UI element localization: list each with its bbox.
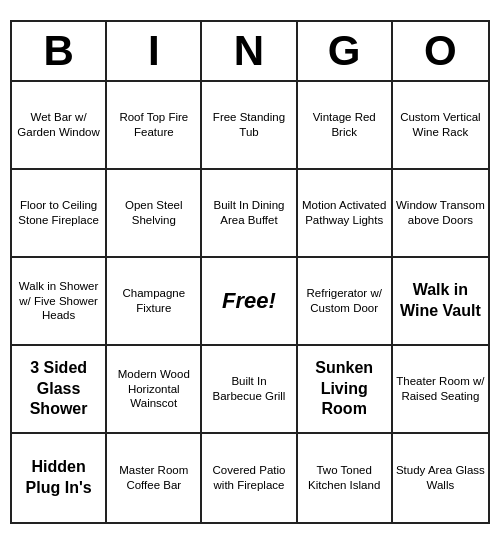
- bingo-cell-10: Walk in Shower w/ Five Shower Heads: [12, 258, 107, 346]
- free-space: Free!: [202, 258, 297, 346]
- bingo-letter-o: O: [393, 22, 488, 80]
- bingo-cell-7: Built In Dining Area Buffet: [202, 170, 297, 258]
- bingo-cell-8: Motion Activated Pathway Lights: [298, 170, 393, 258]
- bingo-cell-19: Theater Room w/ Raised Seating: [393, 346, 488, 434]
- bingo-cell-22: Covered Patio with Fireplace: [202, 434, 297, 522]
- bingo-cell-4: Custom Vertical Wine Rack: [393, 82, 488, 170]
- bingo-letter-i: I: [107, 22, 202, 80]
- bingo-cell-3: Vintage Red Brick: [298, 82, 393, 170]
- bingo-header: BINGO: [12, 22, 488, 82]
- bingo-cell-17: Built In Barbecue Grill: [202, 346, 297, 434]
- bingo-letter-n: N: [202, 22, 297, 80]
- bingo-card: BINGO Wet Bar w/ Garden WindowRoof Top F…: [10, 20, 490, 524]
- bingo-cell-16: Modern Wood Horizontal Wainscot: [107, 346, 202, 434]
- bingo-cell-23: Two Toned Kitchen Island: [298, 434, 393, 522]
- bingo-cell-0: Wet Bar w/ Garden Window: [12, 82, 107, 170]
- bingo-cell-5: Floor to Ceiling Stone Fireplace: [12, 170, 107, 258]
- bingo-cell-21: Master Room Coffee Bar: [107, 434, 202, 522]
- bingo-cell-20: Hidden Plug In's: [12, 434, 107, 522]
- bingo-letter-g: G: [298, 22, 393, 80]
- bingo-cell-13: Refrigerator w/ Custom Door: [298, 258, 393, 346]
- bingo-letter-b: B: [12, 22, 107, 80]
- bingo-cell-6: Open Steel Shelving: [107, 170, 202, 258]
- bingo-cell-9: Window Transom above Doors: [393, 170, 488, 258]
- bingo-cell-2: Free Standing Tub: [202, 82, 297, 170]
- bingo-grid: Wet Bar w/ Garden WindowRoof Top Fire Fe…: [12, 82, 488, 522]
- bingo-cell-18: Sunken Living Room: [298, 346, 393, 434]
- bingo-cell-15: 3 Sided Glass Shower: [12, 346, 107, 434]
- bingo-cell-1: Roof Top Fire Feature: [107, 82, 202, 170]
- bingo-cell-14: Walk in Wine Vault: [393, 258, 488, 346]
- bingo-cell-24: Study Area Glass Walls: [393, 434, 488, 522]
- bingo-cell-11: Champagne Fixture: [107, 258, 202, 346]
